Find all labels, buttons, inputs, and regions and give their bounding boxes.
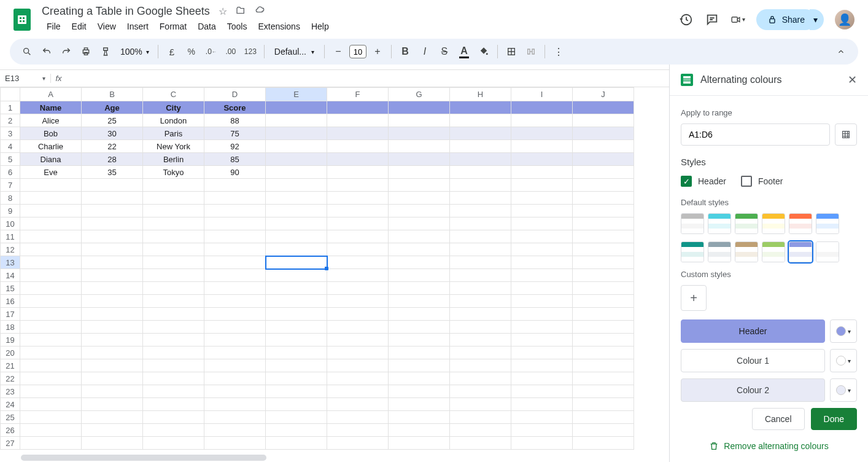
cell-A23[interactable] [20, 385, 82, 398]
cell-G5[interactable] [389, 153, 450, 166]
cell-E11[interactable] [266, 230, 327, 243]
row-header-9[interactable]: 9 [1, 205, 20, 217]
cell-B21[interactable] [82, 359, 143, 372]
row-header-5[interactable]: 5 [1, 153, 20, 166]
cell-J7[interactable] [573, 179, 634, 192]
style-swatch[interactable] [762, 213, 785, 234]
cell-G19[interactable] [389, 334, 450, 346]
share-dropdown[interactable]: ▾ [810, 9, 824, 30]
cell-G1[interactable] [389, 101, 450, 114]
cell-C26[interactable] [143, 424, 204, 437]
cell-D8[interactable] [204, 192, 266, 205]
cloud-status-icon[interactable] [254, 6, 265, 17]
history-icon[interactable] [679, 12, 694, 27]
cell-A5[interactable]: Diana [20, 153, 82, 166]
cell-A26[interactable] [20, 424, 82, 437]
cell-E3[interactable] [266, 127, 327, 140]
cell-F17[interactable] [327, 308, 389, 321]
cell-B27[interactable] [82, 437, 143, 450]
cell-C20[interactable] [143, 346, 204, 359]
cell-G4[interactable] [389, 140, 450, 153]
cell-I15[interactable] [511, 282, 573, 295]
cell-J8[interactable] [573, 192, 634, 205]
cell-F10[interactable] [327, 217, 389, 230]
cell-H9[interactable] [450, 205, 511, 217]
zoom-select[interactable]: 100%▾ [117, 47, 153, 57]
cell-E4[interactable] [266, 140, 327, 153]
cell-A18[interactable] [20, 321, 82, 334]
cell-C7[interactable] [143, 179, 204, 192]
cell-J17[interactable] [573, 308, 634, 321]
cell-A11[interactable] [20, 230, 82, 243]
cell-D17[interactable] [204, 308, 266, 321]
cell-B26[interactable] [82, 424, 143, 437]
cell-H14[interactable] [450, 269, 511, 282]
cell-A10[interactable] [20, 217, 82, 230]
col-header-F[interactable]: F [327, 88, 389, 101]
cell-E6[interactable] [266, 166, 327, 179]
cell-E7[interactable] [266, 179, 327, 192]
row-header-27[interactable]: 27 [1, 437, 20, 450]
cell-E27[interactable] [266, 437, 327, 450]
cell-H24[interactable] [450, 398, 511, 411]
style-swatch[interactable] [681, 241, 704, 262]
cell-J13[interactable] [573, 256, 634, 269]
cell-D6[interactable]: 90 [204, 166, 266, 179]
cell-I14[interactable] [511, 269, 573, 282]
cell-E15[interactable] [266, 282, 327, 295]
menu-view[interactable]: View [93, 19, 121, 34]
style-swatch[interactable] [789, 241, 812, 262]
cell-E18[interactable] [266, 321, 327, 334]
fill-color-icon[interactable] [475, 43, 492, 60]
cell-F5[interactable] [327, 153, 389, 166]
search-menu-icon[interactable] [18, 43, 36, 60]
row-header-16[interactable]: 16 [1, 295, 20, 308]
cell-B11[interactable] [82, 230, 143, 243]
cell-C6[interactable]: Tokyo [143, 166, 204, 179]
cell-H20[interactable] [450, 346, 511, 359]
cell-F19[interactable] [327, 334, 389, 346]
cell-C23[interactable] [143, 385, 204, 398]
cell-E9[interactable] [266, 205, 327, 217]
col-header-C[interactable]: C [143, 88, 204, 101]
cell-F15[interactable] [327, 282, 389, 295]
row-header-13[interactable]: 13 [1, 256, 20, 269]
style-swatch[interactable] [789, 213, 812, 234]
cell-I26[interactable] [511, 424, 573, 437]
cell-F2[interactable] [327, 114, 389, 127]
cell-H19[interactable] [450, 334, 511, 346]
cell-H8[interactable] [450, 192, 511, 205]
cell-E8[interactable] [266, 192, 327, 205]
close-icon[interactable]: ✕ [848, 73, 857, 87]
row-header-14[interactable]: 14 [1, 269, 20, 282]
cell-A17[interactable] [20, 308, 82, 321]
cell-F26[interactable] [327, 424, 389, 437]
menu-data[interactable]: Data [193, 19, 221, 34]
menu-edit[interactable]: Edit [67, 19, 91, 34]
cell-H4[interactable] [450, 140, 511, 153]
col-header-H[interactable]: H [450, 88, 511, 101]
style-swatch[interactable] [681, 213, 704, 234]
cell-A2[interactable]: Alice [20, 114, 82, 127]
cell-G10[interactable] [389, 217, 450, 230]
cell-B14[interactable] [82, 269, 143, 282]
row-header-17[interactable]: 17 [1, 308, 20, 321]
cell-B19[interactable] [82, 334, 143, 346]
cell-B12[interactable] [82, 243, 143, 256]
cell-A22[interactable] [20, 372, 82, 385]
bold-icon[interactable]: B [397, 43, 414, 60]
remove-alternating-link[interactable]: Remove alternating colours [681, 441, 857, 451]
cell-B15[interactable] [82, 282, 143, 295]
more-toolbar-icon[interactable]: ⋮ [550, 43, 567, 60]
cell-F4[interactable] [327, 140, 389, 153]
cell-C2[interactable]: London [143, 114, 204, 127]
cell-I21[interactable] [511, 359, 573, 372]
cell-I20[interactable] [511, 346, 573, 359]
cell-A21[interactable] [20, 359, 82, 372]
cell-E2[interactable] [266, 114, 327, 127]
cell-I1[interactable] [511, 101, 573, 114]
cell-H27[interactable] [450, 437, 511, 450]
cell-D11[interactable] [204, 230, 266, 243]
cell-B1[interactable]: Age [82, 101, 143, 114]
cell-E20[interactable] [266, 346, 327, 359]
